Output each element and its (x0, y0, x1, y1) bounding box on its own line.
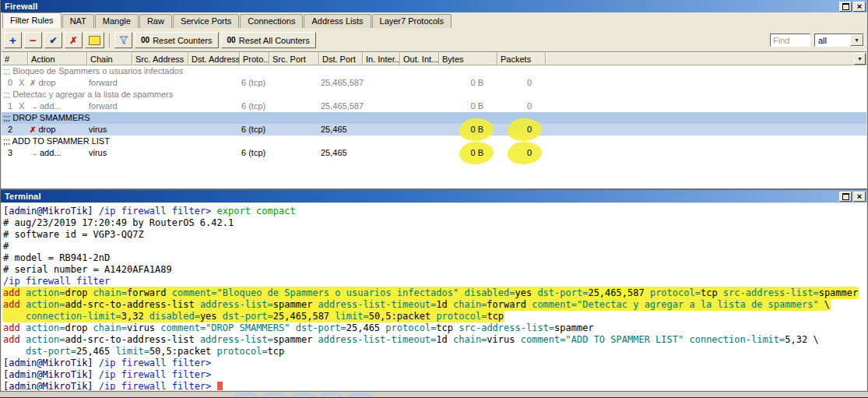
cell-chain: forward (87, 100, 132, 112)
terminal-line: [admin@MikroTik] /ip firewall filter> (3, 369, 865, 381)
terminal-segment: connection-limit= (689, 334, 785, 345)
rule-row-1[interactable]: 1X→add...forward6 (tcp)25,465,5870 B0 (2, 100, 866, 112)
comment-row[interactable]: ;;; Detectac y agregar a la lista de spa… (2, 89, 866, 100)
rule-row-0[interactable]: 0X✗dropforward6 (tcp)25,465,5870 B0 (2, 77, 866, 89)
reset-all-counters-button[interactable]: 00Reset All Counters (221, 32, 316, 48)
terminal-segment: address-list= (200, 334, 273, 345)
rule-row-2[interactable]: 2✗dropvirus6 (tcp)25,4650 B0 (2, 124, 866, 136)
col-header-bytes[interactable]: Bytes (439, 52, 497, 65)
cell-src-address (132, 100, 188, 112)
cell-packets: 0 (497, 100, 546, 112)
enable-rule-button[interactable]: ✔ (44, 32, 62, 48)
reset-counters-prefix: 00 (141, 36, 149, 44)
tab-mangle[interactable]: Mangle (95, 14, 139, 28)
filter-button[interactable] (114, 32, 132, 48)
terminal-line: dst-port=25,465 limit=50,5:packet protoc… (3, 346, 865, 357)
remove-rule-button[interactable]: − (24, 32, 42, 48)
restore-icon (842, 193, 849, 200)
cell-out-interface (400, 100, 439, 112)
col-header-action[interactable]: Action (28, 52, 87, 65)
comment-row[interactable]: ;;; Bloqueo de Spammers o usuarios infec… (2, 65, 866, 77)
terminal-content[interactable]: [admin@MikroTik] /ip firewall filter> ex… (2, 203, 866, 390)
terminal-line: # model = RB941-2nD (3, 252, 865, 264)
restore-icon (842, 3, 849, 10)
toolbar-separator (109, 33, 110, 48)
cell-bytes: 0 B (439, 77, 497, 89)
restore-button[interactable] (839, 2, 852, 12)
terminal-line: add action=add-src-to-address-list addre… (3, 334, 865, 346)
comment-row[interactable]: ;;; DROP SMAMMERS (2, 112, 866, 124)
col-header-src-address[interactable]: Src. Address (132, 52, 188, 65)
col-header-packets[interactable]: Packets (497, 52, 546, 65)
terminal-segment: address-list-timeout= (318, 299, 437, 310)
find-input[interactable] (770, 33, 810, 47)
column-select-button[interactable]: ▼ (854, 53, 866, 65)
terminal-segment: address-list-timeout= (318, 334, 437, 345)
drop-icon: ✗ (30, 125, 36, 134)
terminal-titlebar[interactable]: Terminal × (1, 190, 867, 203)
terminal-segment: drop (65, 287, 93, 298)
terminal-line: # serial number = A1420AFA1A89 (3, 264, 865, 276)
col-header-src-port[interactable]: Src. Port (269, 52, 319, 65)
cell-packets: 0 (497, 124, 546, 136)
watermark-shape (234, 393, 257, 398)
tab-address-lists[interactable]: Address Lists (304, 14, 371, 28)
col-header-[interactable]: # (2, 52, 28, 65)
comment-text: ;;; DROP SMAMMERS (2, 112, 866, 124)
terminal-segment (3, 346, 26, 357)
reset-counters-button[interactable]: 00Reset Counters (135, 32, 219, 48)
comment-row[interactable]: ;;; ADD TO SPAMMER LIST (2, 136, 866, 147)
rule-row-3[interactable]: 3→add...virus6 (tcp)25,4650 B0 (2, 147, 866, 159)
terminal-segment: protocol= (385, 322, 436, 333)
terminal-segment: comment="Bloqueo de Spammers o usuarios … (172, 287, 465, 298)
tab-filter-rules[interactable]: Filter Rules (2, 12, 61, 28)
add-rule-button[interactable]: + (4, 32, 22, 48)
cell-src-address (132, 147, 188, 159)
tab-service-ports[interactable]: Service Ports (173, 14, 239, 28)
toolbar-right-group: all ▼ (770, 33, 864, 47)
terminal-text: /ip firewall filter (3, 276, 110, 287)
col-header-dst-address[interactable]: Dst. Address (188, 52, 240, 65)
cell-dst-address (188, 77, 240, 89)
tab-nat[interactable]: NAT (62, 14, 94, 28)
terminal-window: Terminal × [admin@MikroTik] /ip firewall… (0, 189, 868, 392)
col-header-dst-port[interactable]: Dst. Port (319, 52, 363, 65)
close-button[interactable]: × (853, 2, 866, 12)
terminal-segment: 25,465,587 (588, 287, 649, 298)
cell-dst-port: 25,465,587 (319, 100, 363, 112)
col-header-out-int[interactable]: Out. Int... (400, 52, 439, 65)
col-header-proto[interactable]: Proto... (240, 52, 269, 65)
cell-src-address (132, 124, 188, 136)
watermark-shape (291, 393, 315, 398)
cell-src-port (269, 77, 319, 89)
terminal-segment: tcp (268, 346, 285, 357)
terminal-segment: # (3, 241, 9, 252)
terminal-close-button[interactable]: × (853, 192, 866, 202)
tab-raw[interactable]: Raw (139, 14, 172, 28)
firewall-toolbar: + − ✔ ✗ 00Reset Counters 00Reset All Cou… (1, 28, 867, 52)
terminal-segment: /ip firewall filter> (99, 381, 217, 390)
tab-connections[interactable]: Connections (240, 14, 303, 28)
terminal-segment: [admin@MikroTik] (3, 357, 99, 368)
terminal-segment: add (3, 322, 26, 333)
cell-action: ✗drop (28, 77, 87, 89)
firewall-titlebar[interactable]: Firewall × (1, 0, 867, 12)
terminal-line: # software id = VGP3-QQ7Z (3, 229, 865, 241)
terminal-segment: comment="ADD TO SPAMMER LIST" (521, 334, 690, 345)
terminal-segment: connection-limit= (26, 311, 121, 322)
comment-button[interactable] (85, 32, 104, 48)
terminal-segment: forward (127, 287, 172, 298)
terminal-segment: # serial number = A1420AFA1A89 (3, 264, 172, 275)
firewall-rule-list: #ActionChainSrc. AddressDst. AddressProt… (2, 51, 866, 188)
disable-rule-button[interactable]: ✗ (65, 32, 83, 48)
terminal-restore-button[interactable] (839, 192, 852, 202)
tab-layer7-protocols[interactable]: Layer7 Protocols (372, 14, 452, 28)
terminal-line: [admin@MikroTik] /ip firewall filter> (3, 381, 865, 390)
cell-dst-port: 25,465,587 (319, 77, 363, 89)
terminal-segment: comment="DROP SMAMMERS" (160, 322, 295, 333)
chain-filter-dropdown[interactable]: all ▼ (814, 33, 864, 47)
col-header-in-inter[interactable]: In. Inter... (363, 52, 400, 65)
cell-number: 2 (2, 124, 17, 136)
col-header-chain[interactable]: Chain (87, 52, 132, 65)
terminal-segment: 25,465 (346, 322, 386, 333)
